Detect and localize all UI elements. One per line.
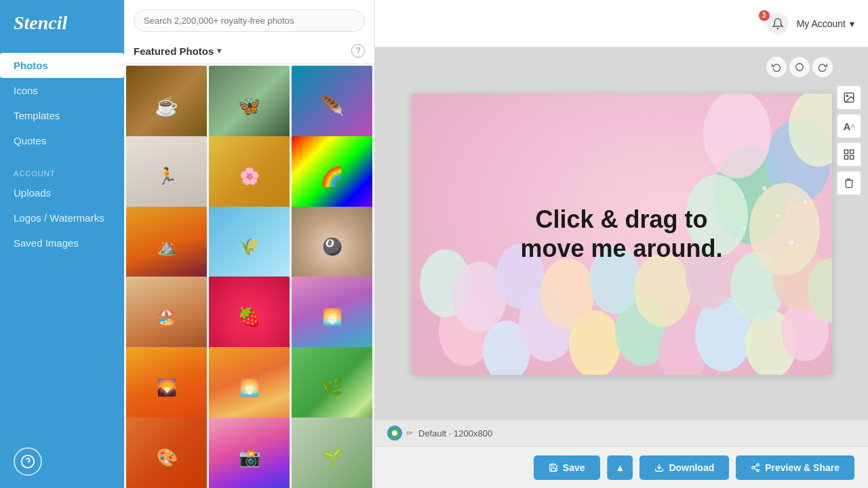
svg-point-38 (789, 241, 793, 245)
sidebar: Stencil Photos Icons Templates Quotes AC… (0, 0, 124, 488)
photo-thumb-7[interactable]: ⛰️ (126, 207, 207, 287)
text-button[interactable]: AA (837, 114, 861, 138)
svg-point-39 (803, 200, 806, 203)
logo-area: Stencil (0, 0, 124, 46)
svg-point-37 (743, 228, 745, 230)
add-image-button[interactable] (837, 85, 861, 110)
notification-area[interactable]: 3 (767, 13, 789, 35)
svg-rect-6 (850, 150, 854, 153)
sidebar-item-uploads[interactable]: Uploads (0, 180, 124, 205)
sidebar-item-icons[interactable]: Icons (0, 78, 124, 103)
featured-photos-dropdown[interactable]: Featured Photos ▾ (134, 45, 221, 57)
svg-point-41 (757, 464, 760, 466)
photo-thumb-17[interactable]: 📸 (209, 418, 290, 488)
top-bar: 3 My Account ▾ (375, 0, 868, 47)
bell-icon (767, 13, 789, 35)
my-account-label: My Account (797, 18, 846, 29)
reset-button[interactable] (789, 57, 810, 77)
svg-rect-8 (850, 156, 854, 159)
photo-thumb-2[interactable]: 🦋 (209, 66, 290, 146)
photo-thumb-6[interactable]: 🌈 (292, 136, 372, 217)
photo-thumb-16[interactable]: 🎨 (126, 418, 207, 488)
download-label: Download (669, 462, 714, 473)
main-canvas-area: 3 My Account ▾ AA (375, 0, 868, 488)
photo-thumb-12[interactable]: 🌅 (292, 277, 372, 357)
photo-thumb-9[interactable]: 🎱 (292, 207, 372, 287)
canvas-wrap: AA (375, 47, 868, 420)
save-button[interactable]: Save (534, 455, 600, 480)
svg-point-31 (749, 183, 820, 275)
canvas-size-label: Default · 1200x800 (418, 428, 492, 439)
svg-line-44 (754, 468, 757, 469)
size-indicator: ✏ Default · 1200x800 (375, 420, 868, 446)
account-label: ACCOUNT (0, 165, 124, 180)
svg-rect-5 (844, 150, 848, 153)
history-controls (766, 57, 833, 77)
size-edit-icon[interactable]: ✏ (406, 428, 413, 438)
canvas-text-line2: move me around. (520, 235, 722, 262)
svg-point-22 (540, 258, 595, 329)
svg-point-2 (796, 64, 804, 71)
notification-badge: 3 (759, 10, 770, 21)
chevron-down-icon: ▾ (217, 46, 221, 56)
photo-thumb-11[interactable]: 🍓 (209, 277, 290, 357)
support-button[interactable] (14, 447, 42, 476)
svg-line-45 (754, 465, 757, 466)
sidebar-item-templates[interactable]: Templates (0, 103, 124, 128)
photos-grid: ☕🦋🪶🏃🌸🌈⛰️🌾🎱🏖️🍓🌅🌄🌅🌿🎨📸🌱 (124, 64, 374, 488)
svg-point-43 (757, 469, 760, 472)
redo-button[interactable] (812, 57, 833, 77)
photo-thumb-14[interactable]: 🌅 (209, 347, 290, 428)
delete-button[interactable] (837, 171, 861, 195)
search-bar-wrap (124, 0, 374, 37)
search-input[interactable] (134, 9, 365, 32)
svg-point-24 (634, 253, 691, 327)
photo-thumb-4[interactable]: 🏃 (126, 136, 207, 217)
sidebar-item-photos[interactable]: Photos (0, 53, 124, 78)
svg-rect-7 (844, 156, 848, 159)
svg-point-36 (776, 214, 779, 217)
photos-panel: Featured Photos ▾ ? ☕🦋🪶🏃🌸🌈⛰️🌾🎱🏖️🍓🌅🌄🌅🌿🎨📸🌱 (124, 0, 375, 488)
sidebar-item-saved[interactable]: Saved Images (0, 230, 124, 256)
canvas-image: Click & drag to move me around. (412, 94, 832, 375)
sidebar-item-logos[interactable]: Logos / Watermarks (0, 205, 124, 230)
download-button[interactable]: Download (639, 455, 729, 480)
bell-svg (772, 18, 784, 30)
canvas-text-overlay[interactable]: Click & drag to move me around. (520, 205, 722, 263)
bottom-bar: Save ▲ Download Preview & Share (375, 446, 868, 488)
grid-button[interactable] (837, 142, 861, 167)
svg-point-35 (762, 186, 766, 190)
my-account-button[interactable]: My Account ▾ (797, 18, 854, 29)
svg-point-33 (703, 94, 771, 178)
support-icon (20, 454, 35, 469)
sidebar-item-quotes[interactable]: Quotes (0, 128, 124, 153)
support-icon-area (0, 435, 124, 488)
svg-point-4 (846, 95, 848, 96)
save-label: Save (563, 462, 585, 473)
photo-thumb-3[interactable]: 🪶 (292, 66, 372, 146)
featured-header: Featured Photos ▾ ? (124, 37, 374, 64)
photo-thumb-18[interactable]: 🌱 (292, 418, 372, 488)
photo-thumb-5[interactable]: 🌸 (209, 136, 290, 217)
help-icon[interactable]: ? (351, 44, 365, 58)
svg-point-42 (752, 466, 755, 469)
account-section: ACCOUNT Uploads Logos / Watermarks Saved… (0, 165, 124, 256)
featured-photos-label: Featured Photos (134, 45, 214, 57)
nav-section: Photos Icons Templates Quotes (0, 53, 124, 153)
photo-thumb-8[interactable]: 🌾 (209, 207, 290, 287)
app-logo: Stencil (14, 12, 67, 34)
save-expand-button[interactable]: ▲ (607, 455, 633, 480)
photo-thumb-15[interactable]: 🌿 (292, 347, 372, 428)
photo-thumb-1[interactable]: ☕ (126, 66, 207, 146)
text-icon: A (844, 121, 851, 132)
photo-thumb-10[interactable]: 🏖️ (126, 277, 207, 357)
canvas-text-line1: Click & drag to (535, 205, 707, 233)
preview-label: Preview & Share (765, 462, 840, 473)
preview-share-button[interactable]: Preview & Share (736, 455, 854, 480)
account-chevron-icon: ▾ (850, 18, 854, 29)
right-toolbar: AA (837, 85, 861, 195)
photo-thumb-13[interactable]: 🌄 (126, 347, 207, 428)
size-dot (387, 426, 402, 441)
undo-button[interactable] (766, 57, 787, 77)
